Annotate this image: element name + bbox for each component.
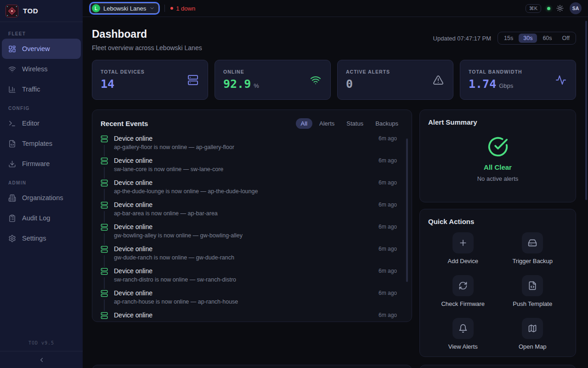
event-time: 6m ago <box>374 178 397 187</box>
server-icon <box>101 246 108 253</box>
stat-value: 14 <box>101 77 114 91</box>
events-tab-alerts[interactable]: Alerts <box>314 118 339 129</box>
events-tab-backups[interactable]: Backups <box>370 118 403 129</box>
event-title: Device online <box>114 178 374 187</box>
quick-action-tile <box>522 318 543 339</box>
events-tab-all[interactable]: All <box>296 118 312 129</box>
app-version: TOD v9.5 <box>0 338 83 351</box>
interval-30s-button[interactable]: 30s <box>519 34 537 43</box>
event-title: Device online <box>114 311 374 319</box>
event-detail: ap-gallery-floor is now online — ap-gall… <box>114 144 374 151</box>
activity-icon <box>555 75 566 86</box>
clipboard-icon <box>8 214 16 222</box>
sidebar-item-organizations[interactable]: Organizations <box>2 188 81 208</box>
quick-action-trigger-backup[interactable]: Trigger Backup <box>512 232 553 264</box>
quick-action-tile <box>522 232 543 253</box>
dashboard-columns: Recent Events AllAlertsStatusBackups Dev… <box>92 109 576 357</box>
event-title: Device online <box>114 267 374 275</box>
alert-summary-body: All Clear No active alerts <box>428 136 567 182</box>
plus-icon <box>458 238 468 247</box>
server-icon <box>187 75 198 86</box>
event-row[interactable]: Device online 6m ago <box>101 310 403 322</box>
event-row[interactable]: Device online ap-the-dude-lounge is now … <box>101 178 403 200</box>
sidebar-item-traffic[interactable]: Traffic <box>2 79 81 99</box>
down-indicator-label: 1 down <box>176 5 195 12</box>
sidebar-section: FLEET Overview Wireless Traffic <box>0 25 83 99</box>
sun-icon <box>556 5 564 12</box>
recent-events-title: Recent Events <box>101 120 148 127</box>
org-selector[interactable]: L Lebowski Lanes <box>90 3 159 14</box>
interval-off-button[interactable]: Off <box>558 34 574 43</box>
theme-toggle-button[interactable] <box>556 5 564 12</box>
event-time: 6m ago <box>374 201 397 209</box>
quick-action-check-firmware[interactable]: Check Firmware <box>441 275 485 307</box>
quick-action-view-alerts[interactable]: View Alerts <box>448 318 478 350</box>
event-row[interactable]: Device online ap-bar-area is now online … <box>101 200 403 222</box>
sidebar-section-label: ADMIN <box>0 174 83 188</box>
sidebar-nav: FLEET Overview Wireless Traffic CONFIG E… <box>0 22 83 338</box>
sidebar-footer: TOD v9.5 <box>0 338 83 368</box>
alert-summary-panel: Alert Summary All Clear No active alerts <box>419 109 576 202</box>
event-icon-wrap <box>101 156 108 167</box>
event-time: 6m ago <box>374 156 397 165</box>
sidebar-item-audit-log[interactable]: Audit Log <box>2 208 81 228</box>
sidebar-item-label: Firmware <box>22 160 50 167</box>
file-code-icon <box>8 140 16 148</box>
event-text: Device online ap-bar-area is now online … <box>114 201 374 217</box>
quick-actions-title: Quick Actions <box>428 218 567 225</box>
events-scrollbar[interactable] <box>406 138 408 282</box>
event-time: 6m ago <box>374 289 397 297</box>
quick-action-open-map[interactable]: Open Map <box>519 318 547 350</box>
event-icon-wrap <box>101 201 108 211</box>
wifi-icon <box>8 65 16 73</box>
stat-value-row: 0 <box>346 77 445 91</box>
sidebar-item-label: Audit Log <box>22 214 50 222</box>
event-row[interactable]: Device online ap-gallery-floor is now on… <box>101 133 403 155</box>
interval-60s-button[interactable]: 60s <box>538 34 556 43</box>
event-row[interactable]: Device online ap-ranch-house is now onli… <box>101 288 403 310</box>
event-text: Device online sw-ranch-distro is now onl… <box>114 267 374 283</box>
server-icon <box>101 135 108 143</box>
stat-value-row: 1.74 Gbps <box>469 77 567 91</box>
event-row[interactable]: Device online sw-lane-core is now online… <box>101 155 403 178</box>
user-avatar[interactable]: SA <box>570 2 582 14</box>
event-row[interactable]: Device online sw-ranch-distro is now onl… <box>101 266 403 288</box>
sidebar-item-firmware[interactable]: Firmware <box>2 154 81 174</box>
stat-value: 0 <box>346 77 353 91</box>
sidebar-item-settings[interactable]: Settings <box>2 228 81 248</box>
quick-action-tile <box>452 275 474 296</box>
sidebar-item-label: Wireless <box>22 65 48 73</box>
sidebar-item-editor[interactable]: Editor <box>2 113 81 133</box>
right-column: Alert Summary All Clear No active alerts… <box>419 109 576 357</box>
event-icon-wrap <box>101 289 108 299</box>
bottom-panel-left <box>92 365 412 368</box>
sidebar-section-items: Overview Wireless Traffic <box>0 39 83 99</box>
hard-drive-icon <box>528 238 537 247</box>
quick-action-add-device[interactable]: Add Device <box>448 232 478 264</box>
sidebar-item-overview[interactable]: Overview <box>2 39 81 59</box>
dashboard-icon <box>8 45 16 53</box>
event-detail: gw-dude-ranch is now online — gw-dude-ra… <box>114 254 374 261</box>
page-scrollbar[interactable] <box>585 21 587 200</box>
server-icon <box>101 290 108 297</box>
bell-icon <box>458 324 468 333</box>
event-text: Device online ap-gallery-floor is now on… <box>114 134 374 151</box>
sidebar-item-label: Overview <box>22 45 50 52</box>
sidebar-collapse-button[interactable] <box>38 356 45 363</box>
sidebar-item-templates[interactable]: Templates <box>2 133 81 154</box>
sidebar-item-wireless[interactable]: Wireless <box>2 59 81 79</box>
events-tab-status[interactable]: Status <box>341 118 368 129</box>
event-icon-wrap <box>101 267 108 277</box>
command-palette-button[interactable]: ⌘K <box>526 4 541 13</box>
sidebar-item-label: Traffic <box>22 86 40 93</box>
sidebar-section: ADMIN Organizations Audit Log Settings <box>0 174 83 248</box>
quick-action-push-template[interactable]: Push Template <box>513 275 552 307</box>
sidebar-section: CONFIG Editor Templates Firmware <box>0 99 83 174</box>
server-icon <box>101 268 108 275</box>
devices-down-indicator: 1 down <box>170 5 195 12</box>
event-icon-wrap <box>101 245 108 255</box>
connection-status-dot <box>547 7 550 10</box>
interval-15s-button[interactable]: 15s <box>499 34 518 43</box>
event-row[interactable]: Device online gw-bowling-alley is now on… <box>101 222 403 244</box>
event-row[interactable]: Device online gw-dude-ranch is now onlin… <box>101 244 403 266</box>
